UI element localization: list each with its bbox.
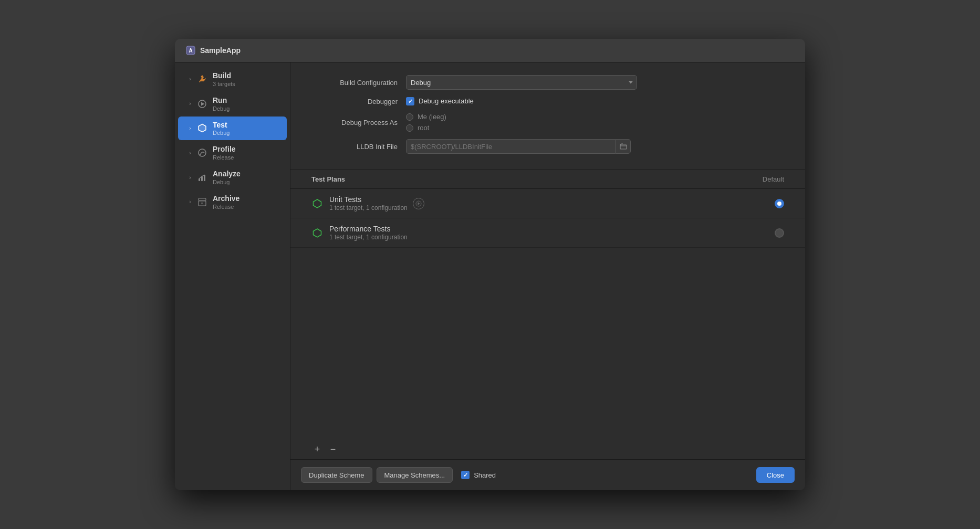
- debug-process-radio-group: Me (leeg) root: [406, 113, 711, 132]
- debug-process-option2-row: root: [406, 124, 711, 132]
- svg-rect-8: [204, 175, 205, 181]
- run-subtitle: Debug: [213, 105, 230, 112]
- test-plan-unit-tests: Unit Tests 1 test target, 1 configuratio…: [290, 189, 805, 218]
- build-config-select[interactable]: Debug Release: [406, 75, 637, 90]
- test-plans-area: Test Plans Default Unit Tests: [290, 170, 805, 459]
- performance-tests-info: Performance Tests 1 test target, 1 confi…: [329, 225, 775, 241]
- svg-rect-2: [201, 75, 204, 78]
- app-icon: A: [185, 45, 196, 56]
- form-area: Build Configuration Debug Release Debugg…: [290, 62, 805, 170]
- performance-tests-text: Performance Tests 1 test target, 1 confi…: [329, 225, 408, 241]
- unit-tests-text: Unit Tests 1 test target, 1 configuratio…: [329, 195, 408, 211]
- archive-subtitle: Release: [213, 204, 239, 210]
- debug-process-control: Me (leeg) root: [406, 113, 711, 132]
- sidebar-item-test[interactable]: › Test Debug: [178, 117, 287, 141]
- archive-item-text: Archive Release: [213, 194, 239, 210]
- close-button[interactable]: Close: [756, 467, 795, 483]
- bottom-toolbar: Duplicate Scheme Manage Schemes... Share…: [290, 459, 805, 490]
- test-subtitle: Debug: [213, 130, 230, 136]
- debug-process-option2-label: root: [418, 124, 429, 132]
- lldb-browse-button[interactable]: [616, 139, 631, 154]
- analyze-icon: [196, 171, 208, 184]
- lldb-input[interactable]: [406, 139, 616, 154]
- main-content: Build Configuration Debug Release Debugg…: [290, 62, 805, 490]
- run-icon: [196, 98, 208, 110]
- sidebar-item-analyze[interactable]: › Analyze Debug: [178, 165, 287, 189]
- svg-text:A: A: [189, 48, 192, 54]
- unit-tests-name: Unit Tests: [329, 195, 408, 204]
- svg-rect-9: [199, 198, 206, 200]
- chevron-right-icon: ›: [186, 76, 194, 83]
- analyze-item-text: Analyze Debug: [213, 170, 241, 185]
- dialog-body: › Build 3 targets ›: [175, 62, 805, 490]
- debug-process-row: Debug Process As Me (leeg) root: [311, 113, 784, 132]
- manage-schemes-button[interactable]: Manage Schemes...: [377, 467, 453, 483]
- svg-rect-6: [199, 178, 200, 181]
- profile-label: Profile: [213, 145, 236, 154]
- duplicate-scheme-button[interactable]: Duplicate Scheme: [301, 467, 372, 483]
- archive-icon: [196, 196, 208, 208]
- performance-tests-radio[interactable]: [775, 228, 784, 238]
- build-config-select-wrapper: Debug Release: [406, 75, 637, 90]
- build-label: Build: [213, 71, 235, 80]
- profile-subtitle: Release: [213, 154, 236, 161]
- remove-test-plan-button[interactable]: −: [327, 443, 339, 455]
- archive-label: Archive: [213, 194, 239, 203]
- debugger-control: Debug executable: [406, 97, 711, 105]
- shared-label: Shared: [474, 471, 496, 479]
- run-item-text: Run Debug: [213, 96, 230, 112]
- shared-row: Shared: [461, 471, 496, 479]
- build-config-label: Build Configuration: [311, 79, 406, 87]
- debugger-checkbox-label: Debug executable: [419, 97, 474, 105]
- test-plans-default-label: Default: [763, 175, 784, 183]
- test-icon: [196, 122, 208, 134]
- test-item-text: Test Debug: [213, 121, 230, 136]
- chevron-right-icon: ›: [186, 198, 194, 206]
- performance-tests-icon: [311, 227, 323, 239]
- debugger-label: Debugger: [311, 98, 406, 105]
- shared-checkbox[interactable]: [461, 471, 470, 479]
- profile-icon: [196, 146, 208, 159]
- sidebar-item-build[interactable]: › Build 3 targets: [178, 67, 287, 91]
- chevron-right-icon: ›: [186, 100, 194, 108]
- test-plans-header: Test Plans Default: [290, 170, 805, 189]
- build-item-text: Build 3 targets: [213, 71, 235, 87]
- lldb-row: LLDB Init File: [311, 139, 784, 154]
- sidebar-item-run[interactable]: › Run Debug: [178, 92, 287, 116]
- add-remove-bar: + −: [290, 439, 805, 459]
- test-label: Test: [213, 121, 230, 130]
- debug-process-option1-row: Me (leeg): [406, 113, 711, 121]
- debugger-row: Debugger Debug executable: [311, 97, 784, 105]
- dialog-title: SampleApp: [200, 46, 241, 55]
- sidebar: › Build 3 targets ›: [175, 62, 290, 490]
- build-config-control: Debug Release: [406, 75, 711, 90]
- analyze-label: Analyze: [213, 170, 241, 178]
- build-config-row: Build Configuration Debug Release: [311, 75, 784, 90]
- lldb-input-wrapper: [406, 139, 711, 154]
- unit-tests-icon: [311, 198, 323, 209]
- svg-marker-4: [201, 102, 205, 105]
- svg-rect-11: [620, 145, 627, 149]
- run-label: Run: [213, 96, 230, 105]
- sidebar-item-profile[interactable]: › Profile Release: [178, 141, 287, 165]
- debugger-checkbox-row: Debug executable: [406, 97, 711, 105]
- debug-process-radio2[interactable]: [406, 124, 413, 132]
- unit-tests-detail: 1 test target, 1 configuration: [329, 204, 408, 211]
- chevron-right-icon: ›: [186, 174, 194, 181]
- unit-tests-arrow-button[interactable]: [413, 198, 424, 209]
- performance-tests-name: Performance Tests: [329, 225, 408, 233]
- svg-point-5: [199, 149, 206, 156]
- chevron-right-icon: ›: [186, 124, 194, 132]
- performance-tests-detail: 1 test target, 1 configuration: [329, 234, 408, 241]
- test-plans-list: Unit Tests 1 test target, 1 configuratio…: [290, 189, 805, 439]
- profile-item-text: Profile Release: [213, 145, 236, 161]
- build-subtitle: 3 targets: [213, 81, 235, 87]
- sidebar-item-archive[interactable]: › Archive Release: [178, 190, 287, 214]
- test-plan-performance-tests: Performance Tests 1 test target, 1 confi…: [290, 218, 805, 248]
- analyze-subtitle: Debug: [213, 179, 241, 185]
- debug-process-radio1[interactable]: [406, 113, 413, 121]
- add-test-plan-button[interactable]: +: [311, 443, 323, 455]
- debug-executable-checkbox[interactable]: [406, 97, 414, 105]
- unit-tests-radio[interactable]: [775, 199, 784, 208]
- chevron-right-icon: ›: [186, 149, 194, 156]
